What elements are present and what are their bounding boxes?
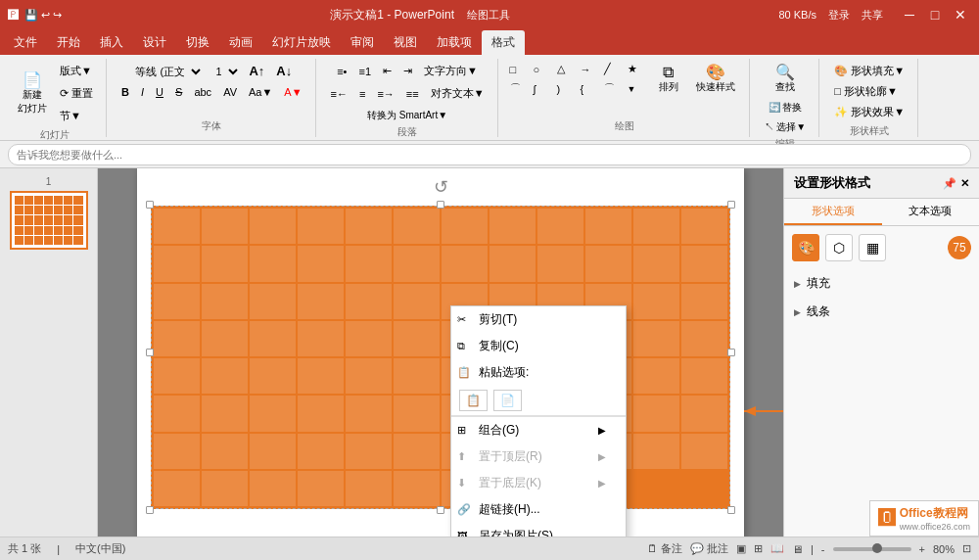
new-slide-btn[interactable]: 📄 新建 幻灯片: [12, 69, 53, 119]
underline-btn[interactable]: U: [151, 83, 168, 101]
bullets-btn[interactable]: ≡•: [332, 63, 351, 80]
panel-fill-icon-btn[interactable]: 🎨: [792, 234, 819, 261]
find-btn[interactable]: 🔍 查找: [766, 61, 805, 98]
handle-bc[interactable]: [437, 506, 444, 514]
tab-home[interactable]: 开始: [47, 30, 90, 55]
shape-arrow[interactable]: →: [579, 61, 600, 77]
ctx-save-picture[interactable]: 🖼 另存为图片(S)...: [451, 523, 626, 537]
status-notes[interactable]: 🗒 备注: [647, 541, 682, 556]
shape-outline-btn[interactable]: □ 形状轮廓▼: [829, 81, 909, 102]
share-btn[interactable]: 共享: [862, 8, 883, 23]
fit-btn[interactable]: ⊡: [962, 542, 971, 555]
font-shrink-btn[interactable]: A↓: [271, 61, 297, 81]
case-btn[interactable]: Aa▼: [244, 83, 277, 101]
ctx-send-back[interactable]: ⬇ 置于底层(K) ▶: [451, 470, 626, 496]
increase-indent-btn[interactable]: ⇥: [398, 62, 417, 80]
shape-fill-btn[interactable]: 🎨 形状填充▼: [829, 61, 909, 81]
maximize-button[interactable]: □: [924, 4, 946, 25]
tab-addins[interactable]: 加载项: [427, 30, 482, 55]
handle-br[interactable]: [727, 506, 735, 514]
font-size-select[interactable]: 18: [207, 62, 242, 81]
panel-fill-section[interactable]: 填充: [784, 269, 979, 298]
shape-misc2[interactable]: ⌒: [602, 79, 624, 98]
shape-more[interactable]: ⌒: [508, 79, 530, 98]
shape-rect[interactable]: □: [508, 61, 530, 77]
zoom-out-btn[interactable]: -: [821, 543, 825, 555]
italic-btn[interactable]: I: [136, 83, 149, 101]
login-btn[interactable]: 登录: [828, 8, 850, 23]
panel-line-section[interactable]: 线条: [784, 298, 979, 326]
shape-free[interactable]: ): [555, 79, 577, 98]
close-button[interactable]: ✕: [950, 4, 971, 25]
spacing-btn[interactable]: AV: [218, 83, 242, 101]
panel-layout-icon-btn[interactable]: ▦: [859, 234, 886, 261]
shape-curve[interactable]: ∫: [532, 79, 553, 98]
font-color-btn[interactable]: A▼: [279, 83, 306, 101]
tab-slideshow[interactable]: 幻灯片放映: [262, 30, 341, 55]
handle-bl[interactable]: [146, 506, 154, 514]
ctx-paste[interactable]: 📋 粘贴选项:: [451, 359, 626, 386]
strikethrough-btn[interactable]: S: [170, 83, 187, 101]
quick-styles-btn[interactable]: 🎨 快速样式: [690, 61, 741, 98]
search-input[interactable]: [8, 144, 971, 165]
slide-thumbnail[interactable]: [10, 191, 88, 250]
panel-tab-shape[interactable]: 形状选项: [784, 199, 882, 225]
ctx-hyperlink[interactable]: 🔗 超链接(H)...: [451, 496, 626, 523]
handle-ml[interactable]: [146, 349, 154, 356]
shape-effect-btn[interactable]: ✨ 形状效果▼: [829, 102, 909, 122]
tab-format[interactable]: 格式: [482, 30, 525, 55]
handle-mr[interactable]: [727, 349, 735, 356]
shape-misc1[interactable]: {: [579, 79, 600, 98]
panel-pin-btn[interactable]: 📌: [943, 177, 956, 190]
tab-insert[interactable]: 插入: [90, 30, 133, 55]
panel-effect-icon-btn[interactable]: ⬡: [825, 234, 853, 261]
tab-animations[interactable]: 动画: [219, 30, 262, 55]
reset-btn[interactable]: ⟳ 重置: [55, 83, 98, 104]
text-direction-btn[interactable]: 文字方向▼: [419, 61, 483, 81]
paste-keep-format-btn[interactable]: 📋: [459, 390, 488, 411]
shape-expand[interactable]: ▼: [626, 79, 647, 98]
tab-design[interactable]: 设计: [133, 30, 176, 55]
orange-grid-shape[interactable]: [151, 206, 730, 509]
shape-star[interactable]: ★: [626, 61, 647, 77]
align-center-btn[interactable]: ≡: [354, 85, 370, 103]
view-slide-sorter[interactable]: ⊞: [754, 542, 763, 555]
paste-no-format-btn[interactable]: 📄: [493, 390, 522, 411]
shape-triangle[interactable]: △: [555, 61, 577, 77]
convert-smartart-btn[interactable]: 转换为 SmartArt▼: [362, 106, 452, 125]
numbering-btn[interactable]: ≡1: [353, 63, 376, 80]
panel-close-btn[interactable]: ✕: [960, 177, 969, 190]
layout-btn[interactable]: 版式▼: [55, 61, 98, 81]
align-left-btn[interactable]: ≡←: [326, 85, 352, 103]
ctx-cut[interactable]: ✂ 剪切(T): [451, 306, 626, 333]
shadow-btn[interactable]: abc: [189, 83, 216, 101]
zoom-in-btn[interactable]: +: [919, 543, 925, 555]
handle-tl[interactable]: [146, 201, 154, 209]
replace-btn[interactable]: 🔄 替换: [764, 98, 808, 117]
handle-tr[interactable]: [727, 201, 735, 209]
zoom-slider[interactable]: [833, 547, 911, 551]
font-family-select[interactable]: 等线 (正文): [126, 62, 205, 81]
ctx-copy[interactable]: ⧉ 复制(C): [451, 333, 626, 359]
tab-transitions[interactable]: 切换: [176, 30, 219, 55]
view-normal[interactable]: ▣: [736, 542, 746, 555]
font-grow-btn[interactable]: A↑: [244, 61, 269, 81]
shape-round[interactable]: ○: [532, 61, 553, 77]
tab-review[interactable]: 审阅: [341, 30, 384, 55]
tab-view[interactable]: 视图: [384, 30, 427, 55]
select-btn[interactable]: ↖ 选择▼: [760, 117, 812, 137]
view-presenter[interactable]: 🖥: [792, 543, 803, 555]
ctx-group[interactable]: ⊞ 组合(G) ▶: [451, 416, 626, 443]
view-reading[interactable]: 📖: [770, 542, 784, 555]
status-comments[interactable]: 💬 批注: [690, 541, 728, 556]
minimize-button[interactable]: ─: [899, 4, 920, 25]
panel-tab-text[interactable]: 文本选项: [882, 199, 980, 225]
tab-file[interactable]: 文件: [4, 30, 47, 55]
shape-line[interactable]: ╱: [602, 61, 624, 77]
handle-tc[interactable]: [437, 201, 444, 209]
section-btn[interactable]: 节▼: [55, 106, 98, 126]
justify-btn[interactable]: ≡≡: [401, 85, 424, 103]
arrange-btn[interactable]: ⧉ 排列: [649, 61, 688, 98]
decrease-indent-btn[interactable]: ⇤: [378, 62, 396, 80]
align-right-btn[interactable]: ≡→: [372, 85, 398, 103]
